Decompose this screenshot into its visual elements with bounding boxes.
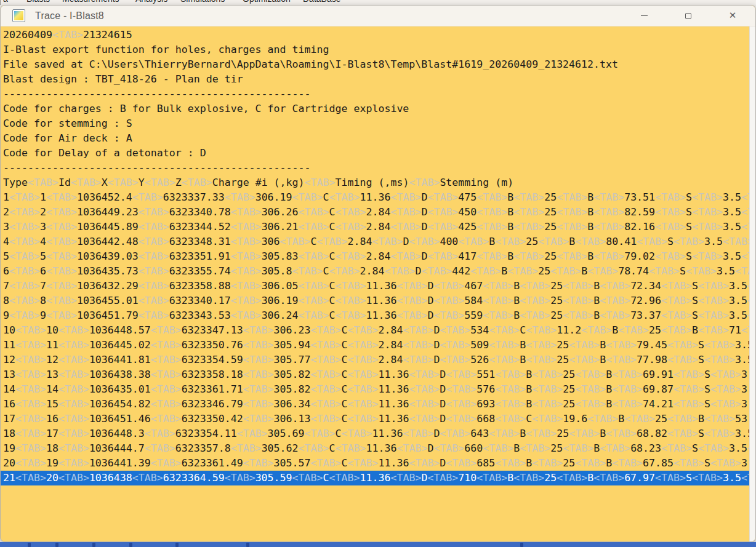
trace-line[interactable]: Code for charges : B for Bulk explosive,… — [3, 102, 749, 116]
tab-marker: <TAB> — [446, 369, 477, 380]
tab-marker: <TAB> — [9, 280, 40, 292]
menu-item-measurements[interactable]: Measurements — [62, 0, 119, 4]
trace-line[interactable]: ----------------------------------------… — [3, 161, 749, 175]
tab-marker: <TAB> — [409, 383, 440, 395]
background-menu-bar[interactable]: aBlastsMeasurementsAnalysisSimulationsOp… — [0, 0, 756, 5]
tab-marker: <TAB> — [151, 398, 182, 410]
tab-marker: <TAB> — [292, 265, 323, 277]
tab-marker: <TAB> — [587, 413, 618, 425]
tab-marker: <TAB> — [372, 236, 403, 247]
tab-marker: <TAB> — [507, 265, 538, 277]
trace-line[interactable]: Code for Delay of a detonator : D — [3, 146, 749, 161]
tab-marker: <TAB> — [151, 339, 182, 351]
tab-marker: <TAB> — [563, 309, 593, 321]
trace-line[interactable]: File saved at C:\Users\ThierryBernard\Ap… — [3, 57, 749, 72]
tab-marker: <TAB> — [575, 369, 606, 380]
trace-line[interactable]: 18<TAB>17<TAB>1036448.3<TAB>6323354.11<T… — [3, 426, 749, 441]
menu-item-a[interactable]: a — [3, 0, 8, 4]
trace-line[interactable]: 20<TAB>19<TAB>1036441.39<TAB>6323361.49<… — [3, 456, 749, 471]
minimize-button[interactable] — [630, 7, 658, 25]
tab-marker: <TAB> — [336, 221, 366, 233]
trace-line-selected[interactable]: 21<TAB>20<TAB>1036438<TAB>6323364.59<TAB… — [1, 471, 749, 485]
trace-line[interactable]: 20260409<TAB>21324615 — [3, 28, 749, 42]
maximize-icon — [685, 13, 691, 19]
trace-line[interactable]: 14<TAB>14<TAB>1036435.01<TAB>6323361.71<… — [3, 382, 749, 397]
menu-item-database[interactable]: DataBase — [303, 0, 340, 4]
trace-line[interactable]: 12<TAB>12<TAB>1036441.81<TAB>6323354.59<… — [3, 353, 749, 367]
tab-marker: <TAB> — [225, 472, 255, 484]
trace-line[interactable]: 7<TAB>7<TAB>1036432.29<TAB>6323358.88<TA… — [3, 279, 749, 293]
taskbar[interactable] — [0, 542, 756, 547]
trace-line[interactable]: 2<TAB>2<TAB>1036449.23<TAB>6323340.78<TA… — [3, 205, 749, 220]
trace-line[interactable]: ----------------------------------------… — [3, 87, 749, 102]
tab-marker: <TAB> — [329, 191, 360, 203]
tab-marker: <TAB> — [692, 221, 723, 233]
tab-marker: <TAB> — [139, 250, 169, 262]
window-controls: ✕ — [614, 7, 747, 25]
tab-marker: <TAB> — [409, 236, 440, 247]
trace-line[interactable]: 11<TAB>11<TAB>1036445.02<TAB>6323350.76<… — [3, 338, 749, 353]
trace-line[interactable]: Code for stemming : S — [3, 116, 749, 131]
tab-marker: <TAB> — [674, 236, 704, 247]
trace-line[interactable]: 5<TAB>5<TAB>1036439.03<TAB>6323351.91<TA… — [3, 249, 749, 264]
tab-marker: <TAB> — [483, 295, 513, 306]
menu-item-simulations[interactable]: Simulations — [180, 0, 225, 4]
tab-marker: <TAB> — [151, 413, 182, 425]
tab-marker: <TAB> — [348, 339, 379, 351]
title-bar[interactable]: Trace - I-Blast8 ✕ — [1, 6, 755, 26]
i-blast-app-icon — [12, 9, 25, 22]
tab-marker: <TAB> — [311, 457, 342, 469]
tab-marker: <TAB> — [477, 250, 507, 262]
trace-line[interactable]: 10<TAB>10<TAB>1036448.57<TAB>6323347.13<… — [3, 323, 749, 338]
trace-line[interactable]: Type<TAB>Id<TAB>X<TAB>Y<TAB>Z<TAB>Charge… — [3, 175, 749, 190]
tab-marker: <TAB> — [427, 206, 458, 218]
trace-line[interactable]: 4<TAB>4<TAB>1036442.48<TAB>6323348.31<TA… — [3, 234, 749, 249]
close-button[interactable]: ✕ — [718, 7, 747, 25]
menu-item-blasts[interactable]: Blasts — [26, 0, 50, 4]
menu-item-analysis[interactable]: Analysis — [135, 0, 167, 4]
tab-marker: <TAB> — [667, 354, 698, 365]
menu-item-optimization[interactable]: Optimization — [243, 0, 291, 4]
tab-marker: <TAB> — [231, 442, 262, 454]
tab-marker: <TAB> — [46, 221, 77, 233]
tab-marker: <TAB> — [741, 206, 749, 218]
trace-line[interactable]: 8<TAB>8<TAB>1036455.01<TAB>6323340.17<TA… — [3, 293, 749, 308]
tab-marker: <TAB> — [46, 309, 77, 321]
tab-marker: <TAB> — [440, 354, 470, 365]
tab-marker: <TAB> — [698, 280, 729, 292]
trace-line[interactable]: 16<TAB>15<TAB>1036454.82<TAB>6323346.79<… — [3, 397, 749, 412]
trace-line[interactable]: Code for Air deck : A — [3, 131, 749, 146]
tab-marker: <TAB> — [674, 383, 704, 395]
tab-marker: <TAB> — [433, 309, 464, 321]
taskbar-mark — [129, 543, 132, 547]
tab-marker: <TAB> — [348, 369, 379, 380]
trace-output[interactable]: 20260409<TAB>21324615I-Blast export func… — [1, 26, 749, 541]
tab-marker: <TAB> — [674, 457, 704, 469]
tab-marker: <TAB> — [348, 324, 379, 336]
tab-marker: <TAB> — [151, 457, 182, 469]
tab-marker: <TAB> — [433, 442, 464, 454]
tab-marker: <TAB> — [600, 309, 630, 321]
trace-line[interactable]: 19<TAB>18<TAB>1036444.7<TAB>6323357.8<TA… — [3, 441, 749, 456]
trace-line[interactable]: 9<TAB>9<TAB>1036451.79<TAB>6323343.53<TA… — [3, 308, 749, 323]
vertical-scrollbar[interactable] — [749, 26, 755, 541]
tab-marker: <TAB> — [710, 383, 741, 395]
tab-marker: <TAB> — [433, 280, 464, 292]
tab-marker: <TAB> — [15, 383, 46, 395]
trace-line[interactable]: 6<TAB>6<TAB>1036435.73<TAB>6323355.74<TA… — [3, 264, 749, 279]
trace-line[interactable]: I-Blast export function for holes, charg… — [3, 42, 749, 57]
trace-line[interactable]: 1<TAB>1<TAB>1036452.4<TAB>6323337.33<TAB… — [3, 190, 749, 205]
trace-line[interactable]: 17<TAB>16<TAB>1036451.46<TAB>6323350.42<… — [3, 412, 749, 426]
tab-marker: <TAB> — [470, 265, 501, 277]
tab-marker: <TAB> — [329, 472, 360, 484]
maximize-button[interactable] — [674, 7, 702, 25]
tab-marker: <TAB> — [421, 265, 452, 277]
tab-marker: <TAB> — [231, 309, 262, 321]
tab-marker: <TAB> — [299, 280, 329, 292]
tab-marker: <TAB> — [446, 457, 477, 469]
trace-line[interactable]: 3<TAB>3<TAB>1036445.89<TAB>6323344.52<TA… — [3, 220, 749, 234]
trace-line[interactable]: Blast design : TBT_418-26 - Plan de tir — [3, 72, 749, 87]
trace-line[interactable]: 13<TAB>13<TAB>1036438.38<TAB>6323358.18<… — [3, 367, 749, 382]
tab-marker: <TAB> — [532, 369, 563, 380]
tab-marker: <TAB> — [409, 177, 440, 188]
